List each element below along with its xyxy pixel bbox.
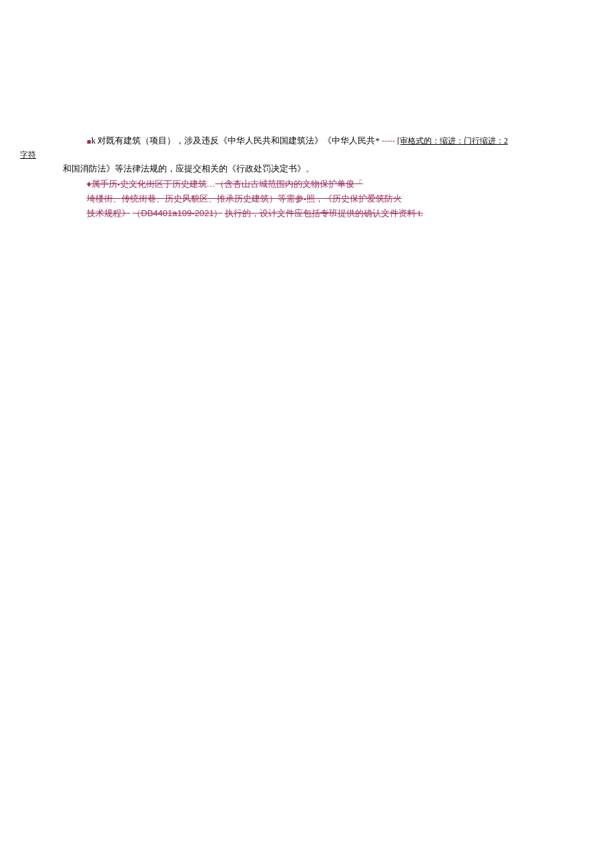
insert-marker-icon: ■	[87, 137, 91, 145]
del-1b: 史文化街区丁历史建筑	[120, 179, 207, 189]
del-3-std: （DB4401a109-2021）	[132, 208, 222, 218]
k-symbol: k	[91, 135, 96, 145]
deleted-line-2: 埼楼街、传统街巷、历史风貌区、推承历史建筑）等需参•照，《历史保护爱筑防火	[87, 191, 606, 206]
line-2: 和国消防法》等法律法规的，应提交相关的《行政处罚决定书》。	[20, 161, 606, 176]
del-1a: 属手历	[91, 179, 117, 189]
zifu-line: 字符	[20, 148, 606, 161]
deleted-line-3: 技术规程》 （DB4401a109-2021） 执行的，设计文件应包括专班提供的…	[87, 206, 606, 221]
ellipsis: …	[207, 179, 216, 189]
del-3b: 执行的，设计文件应包括专班提供的确认文件资料 L	[225, 208, 423, 218]
comment-leader-icon: -----	[380, 136, 397, 145]
line-1-text: ■k 对既有建筑（项目），涉及违反《中华人民共和国建筑法》《中华人民共*----…	[20, 133, 508, 148]
line-1-wrap: ■k 对既有建筑（项目），涉及违反《中华人民共和国建筑法》《中华人民共*----…	[20, 133, 606, 148]
comment-text: [审格式的：缩进：门行缩进：2	[397, 136, 508, 145]
del-2a: 埼楼街、传统街巷、历史风貌区、推承历史建筑）等需参	[87, 193, 304, 203]
del-3a: 技术规程》	[87, 208, 130, 218]
del-1c: （含杏山古城范围内的文物保护单俊「	[216, 179, 363, 189]
deleted-line-1: ♦属手历•史文化街区丁历史建筑…（含杏山古城范围内的文物保护单俊「	[87, 177, 606, 191]
deleted-block: ♦属手历•史文化街区丁历史建筑…（含杏山古城范围内的文物保护单俊「 埼楼街、传统…	[20, 177, 606, 221]
document-page: ■k 对既有建筑（项目），涉及违反《中华人民共和国建筑法》《中华人民共*----…	[0, 0, 614, 221]
line-1-body: 对既有建筑（项目），涉及违反《中华人民共和国建筑法》《中华人民共	[97, 135, 375, 145]
del-2b: 照，《历史保护爱筑防火	[306, 193, 402, 203]
diamond-icon: ♦	[87, 179, 91, 189]
star-icon: *	[375, 135, 380, 145]
